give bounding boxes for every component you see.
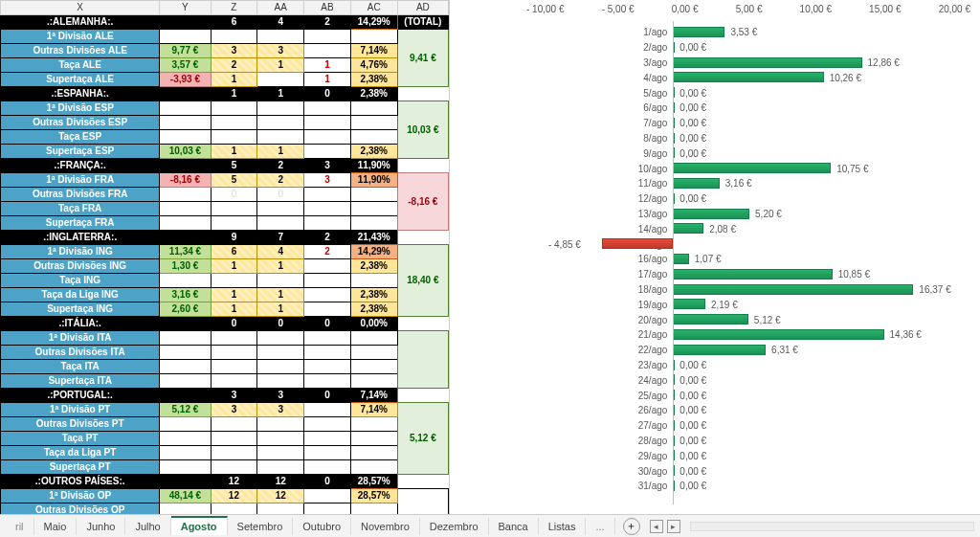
- bets-cell[interactable]: [211, 417, 257, 432]
- pct-cell[interactable]: [350, 30, 397, 44]
- competition-row[interactable]: Supertaça ESP10,03 €112,38%: [1, 145, 449, 159]
- bets-cell[interactable]: [211, 216, 257, 231]
- betting-table[interactable]: X Y Z AA AB AC AD .:ALEMANHA:.64214,29%(…: [0, 0, 449, 514]
- losses-cell[interactable]: [304, 374, 351, 389]
- competition-row[interactable]: 1ª Divisão ING11,34 €64214,29%18,40 €: [1, 245, 449, 259]
- pct-cell[interactable]: [350, 130, 397, 145]
- losses-cell[interactable]: [304, 274, 351, 288]
- losses-cell[interactable]: [304, 130, 351, 145]
- profit-cell[interactable]: [160, 460, 211, 475]
- profit-cell[interactable]: [160, 503, 211, 515]
- bets-cell[interactable]: [211, 360, 257, 374]
- competition-row[interactable]: Supertaça FRA: [1, 216, 449, 231]
- wins-cell[interactable]: 4: [257, 245, 304, 259]
- bets-cell[interactable]: [211, 101, 257, 116]
- competition-row[interactable]: Outras Divisões ING1,30 €112,38%: [1, 259, 449, 274]
- pct-cell[interactable]: 7,14%: [350, 403, 397, 417]
- bets-cell[interactable]: 12: [211, 489, 257, 503]
- tab-nav-next[interactable]: ▸: [667, 520, 680, 533]
- wins-cell[interactable]: [257, 503, 304, 515]
- sheet-tab[interactable]: Setembro: [228, 518, 294, 535]
- wins-cell[interactable]: 3: [257, 403, 304, 417]
- bets-cell[interactable]: [211, 374, 257, 389]
- pct-cell[interactable]: [350, 101, 397, 116]
- losses-cell[interactable]: [304, 188, 351, 202]
- competition-row[interactable]: Taça ITA: [1, 360, 449, 374]
- pct-cell[interactable]: [350, 188, 397, 202]
- section-header[interactable]: .:ITÁLIA:.0000,00%: [1, 317, 449, 331]
- losses-cell[interactable]: [304, 346, 351, 360]
- col-header-ab[interactable]: AB: [304, 1, 351, 15]
- profit-cell[interactable]: 5,12 €: [160, 403, 211, 417]
- pct-cell[interactable]: [350, 432, 397, 446]
- competition-row[interactable]: Taça ING: [1, 274, 449, 288]
- horizontal-scrollbar[interactable]: [690, 522, 974, 531]
- profit-cell[interactable]: [160, 360, 211, 374]
- losses-cell[interactable]: [304, 288, 351, 302]
- pct-cell[interactable]: [350, 274, 397, 288]
- profit-cell[interactable]: [160, 331, 211, 346]
- wins-cell[interactable]: [257, 116, 304, 130]
- sheet-tab[interactable]: Agosto: [171, 516, 228, 535]
- pct-cell[interactable]: 28,57%: [350, 489, 397, 503]
- competition-row[interactable]: Taça FRA: [1, 202, 449, 216]
- losses-cell[interactable]: [304, 489, 351, 503]
- profit-cell[interactable]: [160, 30, 211, 44]
- bets-cell[interactable]: [211, 503, 257, 515]
- profit-cell[interactable]: 3,16 €: [160, 288, 211, 302]
- wins-cell[interactable]: [257, 73, 304, 87]
- sheet-tab[interactable]: Listas: [539, 518, 587, 535]
- profit-cell[interactable]: [160, 116, 211, 130]
- bets-cell[interactable]: [211, 331, 257, 346]
- competition-row[interactable]: 1ª Divisão ESP10,03 €: [1, 101, 449, 116]
- losses-cell[interactable]: 1: [304, 58, 351, 73]
- losses-cell[interactable]: [304, 331, 351, 346]
- wins-cell[interactable]: [257, 360, 304, 374]
- pct-cell[interactable]: [350, 446, 397, 460]
- competition-row[interactable]: Taça ALE3,57 €2114,76%: [1, 58, 449, 73]
- sheet-tab-strip[interactable]: ril MaioJunhoJulhoAgostoSetembroOutubroN…: [0, 514, 980, 537]
- competition-row[interactable]: Taça ESP: [1, 130, 449, 145]
- pct-cell[interactable]: 2,38%: [350, 145, 397, 159]
- competition-row[interactable]: 1ª Divisão FRA-8,16 €52311,90%-8,16 €: [1, 173, 449, 188]
- bets-cell[interactable]: 1: [211, 259, 257, 274]
- losses-cell[interactable]: [304, 145, 351, 159]
- col-header-y[interactable]: Y: [160, 1, 211, 15]
- sheet-tabs-more[interactable]: ...: [586, 518, 614, 535]
- profit-cell[interactable]: 2,60 €: [160, 302, 211, 317]
- competition-row[interactable]: 1ª Divisão ALE9,41 €: [1, 30, 449, 44]
- competition-row[interactable]: Supertaça ITA: [1, 374, 449, 389]
- wins-cell[interactable]: 1: [257, 302, 304, 317]
- losses-cell[interactable]: [304, 101, 351, 116]
- competition-row[interactable]: 1ª Divisão ITA: [1, 331, 449, 346]
- wins-cell[interactable]: 3: [257, 44, 304, 58]
- profit-cell[interactable]: [160, 417, 211, 432]
- bets-cell[interactable]: 2: [211, 58, 257, 73]
- sheet-tab-truncated[interactable]: ril: [6, 518, 34, 535]
- profit-cell[interactable]: [160, 446, 211, 460]
- sheet-tab[interactable]: Banca: [489, 518, 539, 535]
- sheet-tab[interactable]: Dezembro: [420, 518, 489, 535]
- profit-cell[interactable]: 11,34 €: [160, 245, 211, 259]
- wins-cell[interactable]: [257, 460, 304, 475]
- pct-cell[interactable]: [350, 216, 397, 231]
- bets-cell[interactable]: 1: [211, 145, 257, 159]
- wins-cell[interactable]: 1: [257, 145, 304, 159]
- pct-cell[interactable]: 4,76%: [350, 58, 397, 73]
- competition-row[interactable]: Supertaça PT: [1, 460, 449, 475]
- col-header-x[interactable]: X: [1, 1, 160, 15]
- profit-cell[interactable]: [160, 130, 211, 145]
- profit-cell[interactable]: [160, 202, 211, 216]
- pct-cell[interactable]: 14,29%: [350, 245, 397, 259]
- bets-cell[interactable]: [211, 346, 257, 360]
- bets-cell[interactable]: [211, 30, 257, 44]
- profit-cell[interactable]: -8,16 €: [160, 173, 211, 188]
- profit-cell[interactable]: [160, 374, 211, 389]
- pct-cell[interactable]: 7,14%: [350, 44, 397, 58]
- pct-cell[interactable]: 2,38%: [350, 288, 397, 302]
- wins-cell[interactable]: 1: [257, 58, 304, 73]
- wins-cell[interactable]: [257, 374, 304, 389]
- bets-cell[interactable]: 6: [211, 245, 257, 259]
- bets-cell[interactable]: 1: [211, 288, 257, 302]
- wins-cell[interactable]: 2: [257, 173, 304, 188]
